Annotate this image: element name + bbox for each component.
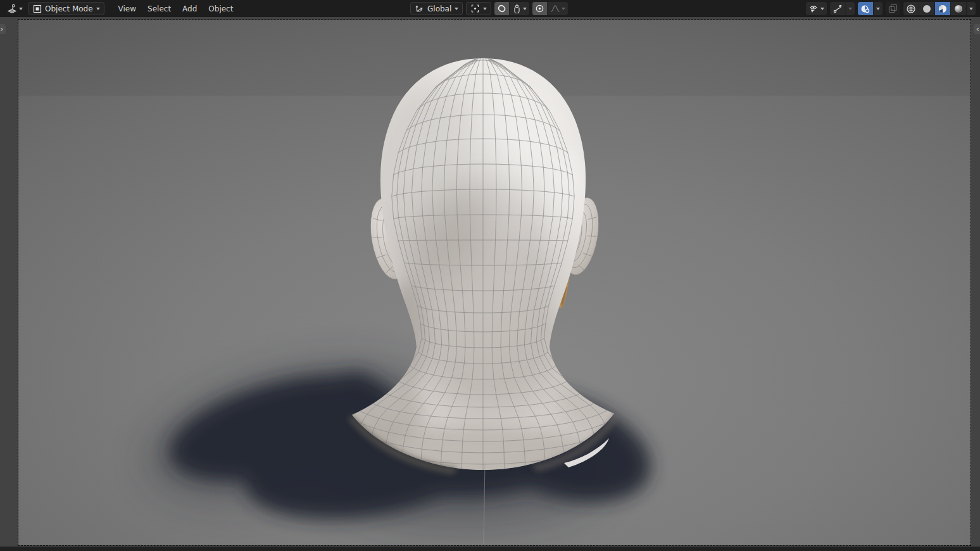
editor-type-button[interactable] (4, 2, 25, 15)
chevron-down-icon (523, 8, 527, 10)
proportional-editing-group (532, 2, 568, 15)
show-gizmos-icon (832, 4, 843, 14)
proportional-editing-toggle[interactable] (532, 2, 547, 15)
snapping-group (494, 2, 529, 15)
toggle-xray-button[interactable] (886, 2, 900, 15)
shading-mode-group (903, 2, 976, 15)
overlays-dropdown[interactable] (873, 2, 883, 15)
shading-rendered-icon (953, 4, 964, 14)
menu-view[interactable]: View (113, 0, 142, 17)
proportional-falloff-dropdown[interactable] (547, 2, 568, 15)
chevron-down-icon (483, 8, 487, 10)
show-object-types-icon (808, 4, 819, 14)
window-bottom-strip (0, 547, 980, 551)
transform-orientation-label: Global (427, 4, 451, 13)
mode-selector-label: Object Mode (45, 4, 93, 13)
menu-object[interactable]: Object (203, 0, 239, 17)
overlays-group (858, 2, 883, 15)
snap-target-icon (512, 4, 522, 13)
falloff-curve-icon (550, 4, 560, 13)
gizmos-group (830, 2, 855, 15)
chevron-down-icon (562, 8, 565, 10)
object-mode-icon (33, 4, 42, 13)
chevron-down-icon (455, 8, 458, 10)
expand-toolbar-arrow[interactable]: › (0, 24, 6, 34)
show-object-types-dropdown[interactable] (806, 2, 827, 15)
viewport-canvas[interactable] (18, 20, 971, 545)
editor-type-3d-viewport-icon (7, 4, 17, 14)
chevron-down-icon (969, 8, 973, 10)
show-overlays-icon (860, 4, 870, 14)
orientation-axes-icon (415, 4, 424, 13)
shading-solid-icon (922, 4, 932, 14)
mode-selector-dropdown[interactable]: Object Mode (28, 2, 104, 15)
shading-wireframe-icon (906, 4, 916, 14)
menu-select[interactable]: Select (142, 0, 177, 17)
toggle-xray-icon (888, 4, 898, 13)
chevron-down-icon (19, 8, 23, 10)
chevron-down-icon (820, 8, 824, 10)
gizmos-dropdown[interactable] (845, 2, 855, 15)
snap-target-dropdown[interactable] (509, 2, 529, 15)
shading-dropdown[interactable] (966, 2, 976, 15)
transform-orientation-dropdown[interactable]: Global (410, 2, 463, 15)
shading-rendered-button[interactable] (950, 2, 966, 15)
shading-solid-button[interactable] (919, 2, 934, 15)
proportional-editing-icon (535, 4, 544, 13)
pivot-point-icon (470, 4, 480, 13)
visibility-group (806, 2, 827, 15)
chevron-down-icon (848, 8, 852, 10)
chevron-down-icon (876, 8, 880, 10)
snap-toggle-button[interactable] (494, 2, 509, 15)
snap-magnet-icon (497, 4, 506, 13)
shading-wireframe-button[interactable] (903, 2, 919, 15)
pivot-point-dropdown[interactable] (466, 2, 491, 15)
viewport-scene (18, 20, 971, 545)
shading-material-preview-button[interactable] (934, 2, 950, 15)
chevron-down-icon (96, 8, 100, 10)
shading-material-preview-icon (938, 4, 948, 14)
menubar: View Select Add Object (113, 0, 239, 17)
show-gizmos-toggle[interactable] (830, 2, 845, 15)
expand-sidebar-arrow[interactable]: ‹ (974, 24, 980, 34)
viewport-header: Object Mode View Select Add Object Globa… (0, 0, 980, 17)
show-overlays-toggle[interactable] (858, 2, 873, 15)
menu-add[interactable]: Add (177, 0, 203, 17)
